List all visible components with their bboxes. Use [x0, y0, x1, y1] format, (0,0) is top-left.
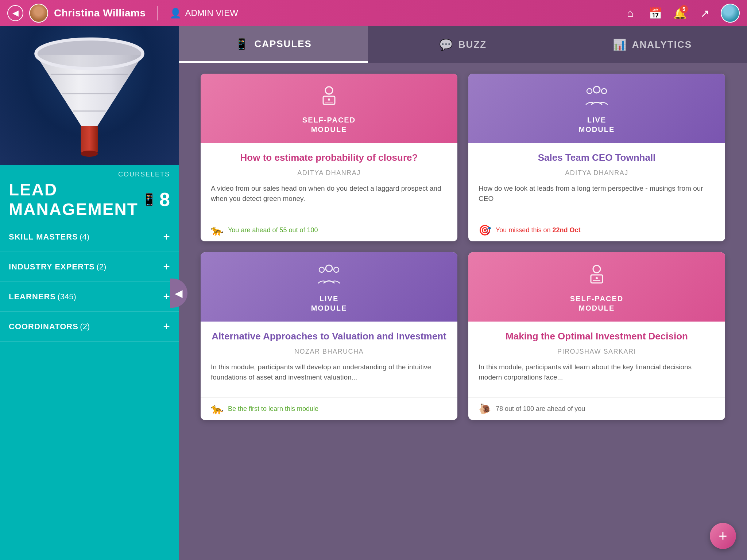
- card-author-2: ADITYA DHANRAJ: [479, 169, 715, 177]
- card-footer-1: 🐆 You are ahead of 55 out of 100: [201, 219, 457, 241]
- card-header-1: SELF-PACEDMODULE: [201, 74, 457, 143]
- capsules-grid: SELF-PACEDMODULE How to estimate probabi…: [179, 63, 747, 442]
- card-author-4: PIROJSHAW SARKARI: [479, 348, 715, 355]
- capsule-card-3[interactable]: LIVEMODULE Alternative Approaches to Val…: [201, 252, 457, 420]
- card-desc-1: A video from our sales head on when do y…: [211, 183, 447, 204]
- card-header-4: SELF-PACEDMODULE: [468, 252, 725, 322]
- home-button[interactable]: ⌂: [622, 4, 639, 22]
- notifications-button[interactable]: 🔔 5: [671, 4, 689, 22]
- capsule-card-2[interactable]: LIVEMODULE Sales Team CEO Townhall ADITY…: [468, 74, 725, 241]
- capsule-card-1[interactable]: SELF-PACEDMODULE How to estimate probabi…: [201, 74, 457, 241]
- tab-buzz-label: BUZZ: [458, 39, 487, 50]
- svg-point-14: [601, 89, 607, 94]
- card-title-2: Sales Team CEO Townhall: [479, 152, 715, 164]
- card-footer-text-4: 78 out of 100 are ahead of you: [496, 405, 585, 413]
- admin-view-button[interactable]: 👤 ADMIN VIEW: [170, 8, 238, 19]
- avatar-image: [30, 4, 47, 22]
- card-body-3: Alternative Approaches to Valuation and …: [201, 322, 457, 397]
- card-author-3: NOZAR BHARUCHA: [211, 348, 447, 355]
- card-author-1: ADITYA DHANRAJ: [211, 169, 447, 177]
- card-desc-4: In this module, participants will learn …: [479, 362, 715, 383]
- sidebar-item-skill-masters[interactable]: SKILL MASTERS (4) +: [0, 222, 179, 252]
- user-name: Christina Williams: [54, 7, 146, 19]
- card-title-3: Alternative Approaches to Valuation and …: [211, 330, 447, 343]
- card-footer-3: 🐆 Be the first to learn this module: [201, 397, 457, 420]
- card-body-4: Making the Optimal Investment Decision P…: [468, 322, 725, 397]
- card-type-1: SELF-PACEDMODULE: [302, 115, 356, 134]
- tab-analytics[interactable]: 📊 ANALYTICS: [558, 26, 747, 63]
- tabs: 📱 CAPSULES 💬 BUZZ 📊 ANALYTICS: [179, 26, 747, 63]
- chevron-left-icon: ◀: [175, 287, 183, 299]
- snail-icon: 🐌: [479, 403, 491, 415]
- card-footer-2: 🎯 You missed this on 22nd Oct: [468, 219, 725, 241]
- card-header-2: LIVEMODULE: [468, 74, 725, 143]
- capsule-card-4[interactable]: SELF-PACEDMODULE Making the Optimal Inve…: [468, 252, 725, 420]
- back-button[interactable]: ◀: [7, 5, 23, 21]
- card-type-4: SELF-PACEDMODULE: [570, 294, 623, 313]
- card-body-2: Sales Team CEO Townhall ADITYA DHANRAJ H…: [468, 143, 725, 219]
- main-layout: COURSELETS LEAD MANAGEMENT 📱 8 SKILL MAS…: [0, 26, 747, 560]
- cheetah-icon: 🐆: [211, 224, 224, 236]
- sidebar-item-learners[interactable]: LEARNERS (345) +: [0, 282, 179, 312]
- svg-point-21: [596, 277, 598, 279]
- calendar-icon: 📅: [649, 7, 662, 20]
- plus-icon: +: [163, 260, 170, 273]
- plus-icon: +: [163, 320, 170, 333]
- card-footer-text-2: You missed this on 22nd Oct: [496, 226, 580, 234]
- plus-icon: +: [163, 290, 170, 303]
- profile-avatar[interactable]: [721, 4, 740, 23]
- card-desc-3: In this module, participants will develo…: [211, 362, 447, 383]
- svg-point-17: [334, 267, 339, 272]
- svg-point-18: [593, 265, 600, 273]
- course-info: COURSELETS LEAD MANAGEMENT 📱 8: [0, 165, 179, 222]
- course-count: 📱 8: [142, 188, 170, 210]
- sidebar-item-label: COORDINATORS (2): [9, 322, 90, 331]
- sidebar-items: SKILL MASTERS (4) + INDUSTRY EXPERTS (2)…: [0, 222, 179, 560]
- plus-icon: +: [719, 528, 727, 544]
- card-title-1: How to estimate probability of closure?: [211, 152, 447, 164]
- sidebar-item-label: INDUSTRY EXPERTS (2): [9, 262, 106, 272]
- sidebar-item-label: LEARNERS (345): [9, 292, 76, 302]
- admin-icon: 👤: [170, 8, 181, 19]
- admin-label: ADMIN VIEW: [185, 8, 238, 18]
- module-icon: 📱: [142, 192, 156, 206]
- header-divider: [157, 6, 158, 20]
- funnel-graphic: [27, 34, 151, 158]
- svg-point-12: [593, 86, 600, 93]
- tab-capsules-label: CAPSULES: [254, 38, 312, 50]
- capsules-icon: 📱: [235, 38, 249, 50]
- sidebar-item-coordinators[interactable]: COORDINATORS (2) +: [0, 312, 179, 342]
- funnel-svg: [27, 34, 151, 158]
- course-count-number: 8: [159, 188, 170, 210]
- card-header-3: LIVEMODULE: [201, 252, 457, 322]
- self-paced-icon-2: [586, 263, 608, 289]
- fab-button[interactable]: +: [710, 523, 736, 549]
- course-hero: [0, 26, 179, 165]
- courselets-label: COURSELETS: [9, 171, 170, 178]
- header-right: ⌂ 📅 🔔 5 ↗: [622, 4, 740, 23]
- sidebar-item-industry-experts[interactable]: INDUSTRY EXPERTS (2) +: [0, 252, 179, 282]
- share-icon: ↗: [700, 7, 709, 20]
- header: ◀ Christina Williams 👤 ADMIN VIEW ⌂ 📅 🔔 …: [0, 0, 747, 26]
- calendar-button[interactable]: 📅: [646, 4, 664, 22]
- svg-rect-6: [81, 126, 98, 153]
- home-icon: ⌂: [627, 7, 634, 19]
- runner-icon: 🐆: [211, 403, 224, 415]
- notification-badge: 5: [680, 5, 688, 13]
- buzz-icon: 💬: [439, 38, 453, 51]
- svg-point-16: [319, 267, 324, 272]
- analytics-icon: 📊: [613, 38, 627, 51]
- share-button[interactable]: ↗: [696, 4, 713, 22]
- header-left: ◀ Christina Williams 👤 ADMIN VIEW: [7, 4, 238, 23]
- tab-buzz[interactable]: 💬 BUZZ: [368, 26, 557, 63]
- card-footer-4: 🐌 78 out of 100 are ahead of you: [468, 397, 725, 420]
- course-title-row: LEAD MANAGEMENT 📱 8: [9, 180, 170, 219]
- svg-point-8: [325, 87, 333, 94]
- avatar: [29, 4, 48, 23]
- card-desc-2: How do we look at leads from a long term…: [479, 183, 715, 204]
- right-panel: 📱 CAPSULES 💬 BUZZ 📊 ANALYTICS: [179, 26, 747, 560]
- tab-capsules[interactable]: 📱 CAPSULES: [179, 26, 368, 63]
- card-footer-text-1: You are ahead of 55 out of 100: [228, 226, 318, 234]
- left-panel: COURSELETS LEAD MANAGEMENT 📱 8 SKILL MAS…: [0, 26, 179, 560]
- card-footer-text-3: Be the first to learn this module: [228, 405, 318, 413]
